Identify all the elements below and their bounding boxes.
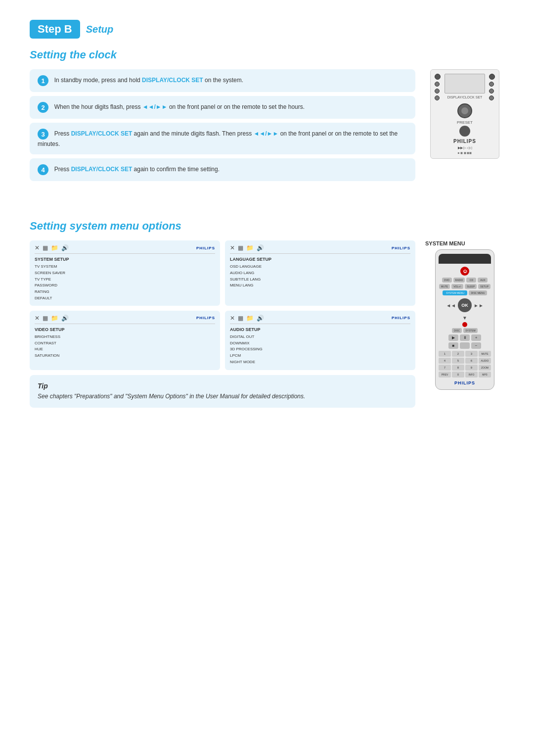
speaker-icon-4: 🔊 bbox=[257, 315, 264, 322]
remote-red-dot bbox=[462, 322, 467, 327]
remote-btn-play[interactable]: ▶ bbox=[448, 334, 458, 341]
philips-logo-system: PHILIPS bbox=[196, 246, 215, 250]
remote-next-icon[interactable]: ►► bbox=[474, 303, 484, 308]
grid-icon: ▦ bbox=[43, 244, 48, 251]
remote-num-7[interactable]: 7 bbox=[439, 365, 451, 371]
remote-num-audio[interactable]: AUDIO bbox=[479, 358, 491, 364]
remote-btn-system-menu[interactable]: SYSTEM MENU bbox=[443, 290, 467, 295]
system-unit: DISPLAY/CLOCK SET PRESET bbox=[430, 69, 499, 159]
video-setup-items: BRIGHTNESS CONTRAST HUE SATURATION bbox=[35, 334, 215, 359]
step-header: Step B Setup bbox=[30, 20, 504, 39]
menu-screens: ✕ ▦ 📁 🔊 PHILIPS SYSTEM SETUP TV SYSTEM S… bbox=[30, 240, 415, 408]
step-num-4: 4 bbox=[38, 164, 48, 175]
remote-power-btn[interactable]: ⏻ bbox=[460, 267, 469, 276]
menu-box-audio: ✕ ▦ 📁 🔊 PHILIPS AUDIO SETUP DIGITAL OUT … bbox=[225, 311, 415, 370]
menu-box-system: ✕ ▦ 📁 🔊 PHILIPS SYSTEM SETUP TV SYSTEM S… bbox=[30, 240, 220, 306]
remote-system-row: SYSTEM MENU DISC MENU bbox=[439, 290, 491, 295]
remote-num-4[interactable]: 4 bbox=[439, 358, 451, 364]
remote-down-icon[interactable]: ▼ bbox=[462, 315, 467, 321]
wrench-icon-4: ✕ bbox=[230, 315, 235, 322]
remote-btn-aux[interactable]: AUX bbox=[478, 278, 488, 283]
unit-btn-3 bbox=[435, 89, 440, 94]
highlight-nav-2: ◄◄/►► bbox=[142, 103, 168, 110]
remote-num-9[interactable]: 9 bbox=[465, 365, 478, 371]
remote-btn-empty bbox=[460, 342, 470, 349]
clock-step-4: 4 Press DISPLAY/CLOCK SET again to confi… bbox=[30, 158, 415, 181]
page: Step B Setup Setting the clock 1 In stan… bbox=[0, 0, 534, 437]
remote-btn-vol-up[interactable]: + bbox=[471, 334, 481, 341]
folder-icon-4: 📁 bbox=[246, 315, 254, 322]
unit-btn-2 bbox=[435, 82, 440, 87]
remote-num-mute[interactable]: MUTE bbox=[479, 351, 491, 357]
remote-num-zoom[interactable]: ZOOM bbox=[479, 365, 491, 371]
remote-ok-btn[interactable]: OK bbox=[458, 298, 472, 312]
remote-num-mp3[interactable]: MP3 bbox=[479, 372, 491, 378]
wrench-icon-2: ✕ bbox=[230, 244, 235, 251]
remote-num-info[interactable]: INFO bbox=[465, 372, 478, 378]
folder-icon: 📁 bbox=[51, 244, 58, 251]
unit-btn-1 bbox=[435, 74, 441, 80]
menu-box-header-language: ✕ ▦ 📁 🔊 PHILIPS bbox=[230, 244, 410, 254]
remote-btn-setup[interactable]: SETUP bbox=[478, 284, 490, 289]
highlight-display-clock-4: DISPLAY/CLOCK SET bbox=[71, 166, 133, 173]
system-menu-section: ✕ ▦ 📁 🔊 PHILIPS SYSTEM SETUP TV SYSTEM S… bbox=[30, 240, 504, 408]
step-num-1: 1 bbox=[38, 75, 48, 86]
unit-btn-r4 bbox=[489, 95, 494, 100]
remote-btn-disc-menu[interactable]: DISC MENU bbox=[469, 290, 487, 295]
tip-title: Tip bbox=[38, 382, 407, 390]
unit-btn-r3 bbox=[489, 89, 494, 94]
remote-btn-system[interactable]: SYSTEM bbox=[463, 328, 478, 333]
remote-area: SYSTEM MENU ⏻ DVD RADIO CD AUX MUTE VOL+… bbox=[425, 240, 504, 408]
video-setup-title: VIDEO SETUP bbox=[35, 327, 215, 332]
system-menu-title: Setting system menu options bbox=[30, 220, 504, 233]
remote-btn-mute[interactable]: MUTE bbox=[439, 284, 450, 289]
highlight-display-clock-1: DISPLAY/CLOCK SET bbox=[142, 77, 203, 84]
menu-box-header-system: ✕ ▦ 📁 🔊 PHILIPS bbox=[35, 244, 215, 254]
remote-transport-row: ▶ ⏸ + bbox=[439, 334, 491, 341]
remote-num-5[interactable]: 5 bbox=[452, 358, 464, 364]
remote-stop-row: ■ − bbox=[439, 342, 491, 349]
menu-box-language: ✕ ▦ 📁 🔊 PHILIPS LANGUAGE SETUP OSD LANGU… bbox=[225, 240, 415, 306]
speaker-icon-2: 🔊 bbox=[257, 244, 264, 251]
menu-box-header-video: ✕ ▦ 📁 🔊 PHILIPS bbox=[35, 315, 215, 324]
remote-num-3[interactable]: 3 bbox=[465, 351, 478, 357]
step-b-label: Step B bbox=[30, 20, 80, 39]
language-setup-items: OSD LANGUAGE AUDIO LANG SUBTITLE LANG ME… bbox=[230, 264, 410, 289]
remote-num-0[interactable]: 0 bbox=[452, 372, 464, 378]
remote-btn-stop[interactable]: ■ bbox=[448, 342, 458, 349]
remote-btn-vol-dn[interactable]: − bbox=[471, 342, 481, 349]
device-image-clock: DISPLAY/CLOCK SET PRESET bbox=[425, 69, 504, 185]
tip-text: See chapters "Preparations" and "System … bbox=[38, 392, 407, 401]
unit-btn-4 bbox=[435, 95, 440, 100]
clock-section-title: Setting the clock bbox=[30, 48, 504, 61]
remote-top bbox=[439, 254, 491, 264]
wrench-icon-3: ✕ bbox=[35, 315, 40, 322]
remote-num-6[interactable]: 6 bbox=[465, 358, 478, 364]
remote-num-2[interactable]: 2 bbox=[452, 351, 464, 357]
remote-btn-pause[interactable]: ⏸ bbox=[460, 334, 470, 341]
menu-box-header-audio: ✕ ▦ 📁 🔊 PHILIPS bbox=[230, 315, 410, 324]
remote-btn-vol[interactable]: VOL+/- bbox=[451, 284, 463, 289]
step-num-2: 2 bbox=[38, 102, 48, 113]
remote-func-row: DISC SYSTEM bbox=[439, 328, 491, 333]
remote-btn-radio[interactable]: RADIO bbox=[453, 278, 465, 283]
remote-num-prev[interactable]: PREV bbox=[439, 372, 451, 378]
remote-btn-cd[interactable]: CD bbox=[466, 278, 476, 283]
step-text-3: Press DISPLAY/CLOCK SET again and the mi… bbox=[38, 130, 398, 147]
unit-btn-r2 bbox=[489, 82, 494, 87]
remote-prev-icon[interactable]: ◄◄ bbox=[446, 303, 456, 308]
step-text-1: In standby mode, press and hold DISPLAY/… bbox=[54, 77, 243, 84]
remote-btn-dvd[interactable]: DVD bbox=[442, 278, 452, 283]
system-menu-label: SYSTEM MENU bbox=[425, 240, 504, 246]
clock-step-1: 1 In standby mode, press and hold DISPLA… bbox=[30, 69, 415, 92]
setup-label: Setup bbox=[86, 24, 114, 35]
step-num-3: 3 bbox=[38, 129, 48, 140]
audio-setup-items: DIGITAL OUT DOWNMIX 3D PROCESSING LPCM N… bbox=[230, 334, 410, 366]
remote-body: ⏻ DVD RADIO CD AUX MUTE VOL+/- SLEEP SET… bbox=[435, 249, 494, 390]
remote-btn-disc[interactable]: DISC bbox=[452, 328, 462, 333]
highlight-nav-3: ◄◄/►► bbox=[253, 130, 278, 137]
clock-steps: 1 In standby mode, press and hold DISPLA… bbox=[30, 69, 415, 185]
remote-num-1[interactable]: 1 bbox=[439, 351, 451, 357]
remote-num-8[interactable]: 8 bbox=[452, 365, 464, 371]
remote-btn-sleep[interactable]: SLEEP bbox=[465, 284, 477, 289]
